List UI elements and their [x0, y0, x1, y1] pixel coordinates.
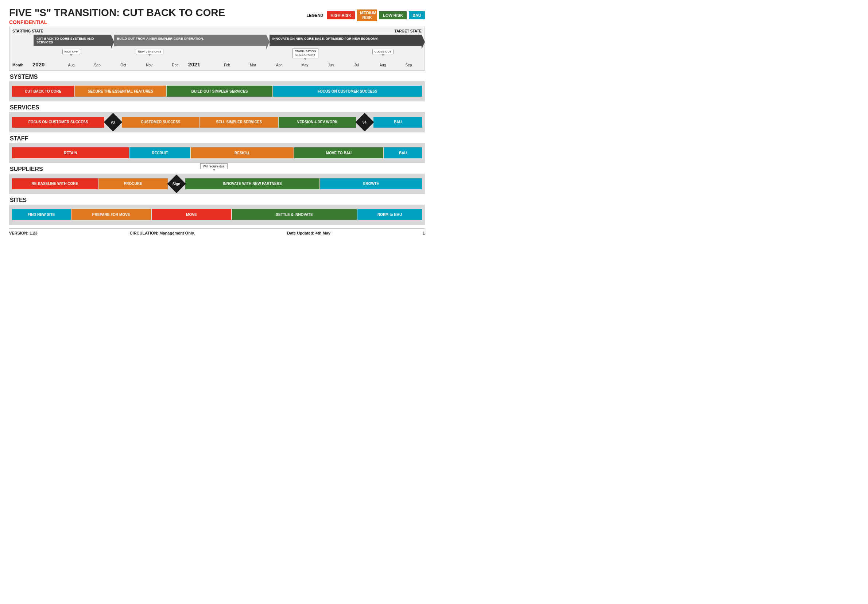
sites-bar-1: FIND NEW SITE	[12, 209, 71, 220]
sites-bar-3: MOVE	[152, 209, 231, 220]
staff-body: RETAIN RECRUIT RESKILL MOVE TO BAU BAU	[9, 143, 425, 163]
services-diamond-v4: v4	[356, 116, 373, 129]
legend-bau: BAU	[409, 11, 425, 19]
sites-bar-2: PREPARE FOR MOVE	[71, 209, 151, 220]
services-bar-2: CUSTOMER SUCCESS	[122, 117, 200, 128]
month-may: May	[292, 63, 318, 67]
timeline-area: STARTING STATE TARGET STATE CUT BACK TO …	[9, 26, 425, 71]
diamond-sign-label: Sign	[172, 182, 181, 186]
callout-kickoff: KICK OFF	[58, 48, 84, 58]
services-body: FOCUS ON CUSTOMER SUCCESS v3 CUSTOMER SU…	[9, 112, 425, 132]
banner-innovate: INNOVATE ON NEW CORE BASE. OPTIMISED FOR…	[270, 35, 422, 46]
month-aug: Aug	[58, 63, 84, 67]
systems-gantt: CUT BACK TO CORE SECURE THE ESSENTIAL FE…	[12, 86, 422, 97]
sites-header: SITES	[9, 197, 425, 203]
staff-section: STAFF RETAIN RECRUIT RESKILL MOVE TO BAU…	[9, 135, 425, 163]
suppliers-bar-1: RE-BASELINE WITH CORE	[12, 178, 98, 189]
footer-page: 1	[423, 231, 425, 235]
legend-high-risk: HIGH RISK	[327, 11, 355, 19]
callout-close-out: CLOSE OUT	[370, 48, 396, 58]
month-feb: Feb	[214, 63, 240, 67]
footer: VERSION: 1.23 CIRCULATION: Management On…	[9, 228, 425, 235]
services-gantt: FOCUS ON CUSTOMER SUCCESS v3 CUSTOMER SU…	[12, 116, 422, 129]
month-oct: Oct	[110, 63, 136, 67]
sites-body: FIND NEW SITE PREPARE FOR MOVE MOVE SETT…	[9, 204, 425, 225]
services-bar-1: FOCUS ON CUSTOMER SUCCESS	[12, 117, 104, 128]
services-section: SERVICES FOCUS ON CUSTOMER SUCCESS v3 CU…	[9, 104, 425, 132]
suppliers-bar-4: GROWTH	[320, 178, 422, 189]
legend-low-risk: LOW RISK	[379, 11, 407, 19]
diamond-v3-label: v3	[111, 120, 115, 124]
page-title: FIVE "S" TRANSITION: CUT BACK TO CORE	[9, 7, 225, 19]
callout-new-v3: NEW VERSION 3	[136, 48, 163, 58]
year-month-row: Month 2020 Aug Sep Oct Nov Dec 2021 Feb …	[12, 61, 422, 68]
page-header: FIVE "S" TRANSITION: CUT BACK TO CORE CO…	[9, 7, 425, 25]
suppliers-diamond-sign: Sign	[169, 177, 184, 190]
systems-bar-1: CUT BACK TO CORE	[12, 86, 74, 97]
month-sep: Sep	[84, 63, 110, 67]
suppliers-tooltip-text: Will require dual	[200, 163, 228, 169]
banners-row: CUT BACK TO CORE SYSTEMS AND SERVICES BU…	[12, 35, 422, 46]
month-jun: Jun	[318, 63, 344, 67]
month-jul-2021: Jul	[344, 63, 370, 67]
month-nov: Nov	[136, 63, 162, 67]
legend-medium-risk: MEDIUM RISK	[357, 9, 377, 21]
callout-stabilisation: STABILISATIONCHECK POINT	[293, 48, 318, 58]
confidential-label: CONFIDENTIAL	[9, 19, 225, 25]
suppliers-bar-3: INNOVATE WITH NEW PARTNERS	[185, 178, 319, 189]
month-sep-2021: Sep	[396, 63, 422, 67]
sites-bar-4: SETTLE & INNOVATE	[232, 209, 356, 220]
month-aug-2021: Aug	[370, 63, 396, 67]
systems-header: SYSTEMS	[9, 74, 425, 80]
staff-bar-3: RESKILL	[191, 147, 294, 158]
staff-gantt: RETAIN RECRUIT RESKILL MOVE TO BAU BAU	[12, 147, 422, 158]
services-bar-5: BAU	[374, 117, 422, 128]
services-diamond-v3: v3	[105, 116, 121, 129]
diamond-sign-shape: Sign	[167, 174, 186, 193]
diamond-v4-label: v4	[363, 120, 367, 124]
target-state-label: TARGET STATE	[395, 29, 422, 33]
suppliers-bar-2: PROCURE	[98, 178, 168, 189]
services-bar-4: VERSION 4 DEV WORK	[279, 117, 356, 128]
month-apr: Apr	[266, 63, 292, 67]
diamond-v3-shape: v3	[104, 113, 122, 131]
suppliers-gantt: RE-BASELINE WITH CORE PROCURE Sign INNOV…	[12, 177, 422, 190]
suppliers-section: SUPPLIERS Will require dual RE-BASELINE …	[9, 166, 425, 194]
staff-bar-5: BAU	[384, 147, 422, 158]
legend-label: LEGEND	[306, 13, 323, 17]
systems-bar-4: FOCUS ON CUSTOMER SUCCESS	[273, 86, 422, 97]
systems-bar-2: SECURE THE ESSENTIAL FEATURES	[75, 86, 166, 97]
systems-bar-3: BUILD OUT SIMPLER SERVICES	[167, 86, 272, 97]
footer-circulation: CIRCULATION: Management Only.	[130, 231, 195, 235]
month-mar: Mar	[240, 63, 266, 67]
legend-block: LEGEND HIGH RISK MEDIUM RISK LOW RISK BA…	[306, 9, 425, 21]
year-2021: 2021	[188, 61, 214, 68]
month-header-label: Month	[12, 63, 33, 67]
diamond-v4-shape: v4	[356, 113, 374, 131]
footer-version: VERSION: 1.23	[9, 231, 37, 235]
month-dec: Dec	[162, 63, 188, 67]
sites-gantt: FIND NEW SITE PREPARE FOR MOVE MOVE SETT…	[12, 209, 422, 220]
staff-bar-4: MOVE TO BAU	[294, 147, 383, 158]
banner-cut-back: CUT BACK TO CORE SYSTEMS AND SERVICES	[34, 35, 111, 46]
staff-bar-1: RETAIN	[12, 147, 129, 158]
services-header: SERVICES	[9, 104, 425, 111]
title-block: FIVE "S" TRANSITION: CUT BACK TO CORE CO…	[9, 7, 225, 25]
callouts-strip: KICK OFF NEW VERSION 3 STABILISATIONCHEC…	[12, 48, 422, 58]
year-2020: 2020	[33, 61, 58, 68]
sites-bar-5: NORM to BAU	[357, 209, 422, 220]
systems-section: SYSTEMS CUT BACK TO CORE SECURE THE ESSE…	[9, 74, 425, 101]
footer-date: Date Updated: 4th May	[287, 231, 330, 235]
state-labels-row: STARTING STATE TARGET STATE	[12, 29, 422, 33]
suppliers-body: Will require dual RE-BASELINE WITH CORE …	[9, 173, 425, 194]
staff-header: STAFF	[9, 135, 425, 142]
banner-build-out: BUILD OUT FROM A NEW SIMPLER CORE OPERAT…	[114, 35, 266, 46]
starting-state-label: STARTING STATE	[12, 29, 43, 33]
systems-body: CUT BACK TO CORE SECURE THE ESSENTIAL FE…	[9, 81, 425, 101]
services-bar-3: SELL SIMPLER SERVICES	[200, 117, 278, 128]
staff-bar-2: RECRUIT	[129, 147, 190, 158]
sites-section: SITES FIND NEW SITE PREPARE FOR MOVE MOV…	[9, 197, 425, 225]
